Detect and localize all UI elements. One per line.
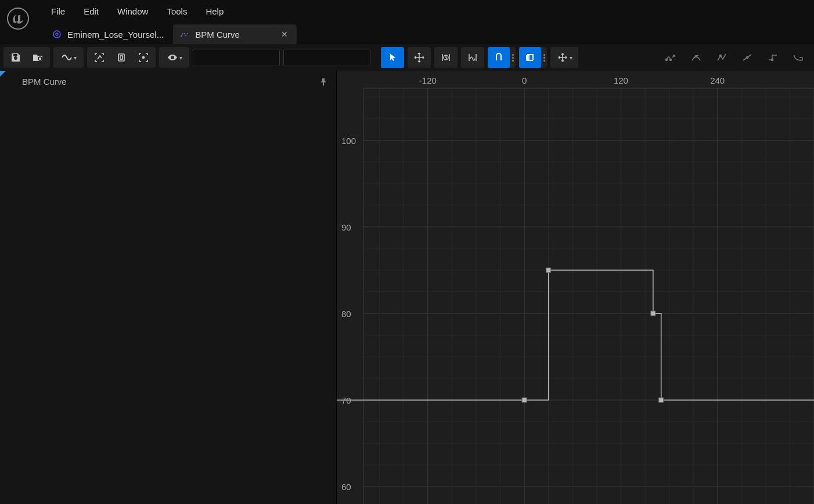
y-tick-label: 100 xyxy=(341,135,356,145)
save-button[interactable] xyxy=(5,47,27,68)
value-snap-button[interactable] xyxy=(461,47,484,68)
tangent-weighted-button[interactable] xyxy=(787,47,809,68)
x-tick-label: 120 xyxy=(614,75,628,85)
chevron-down-icon: ▾ xyxy=(74,55,77,61)
tangent-linear-button[interactable] xyxy=(736,47,758,68)
svg-rect-4 xyxy=(120,56,123,59)
svg-point-8 xyxy=(670,59,672,61)
move-tool-button[interactable]: ▾ xyxy=(550,47,578,68)
toolbar: ▾ ▾ xyxy=(0,44,814,71)
menu-edit[interactable]: Edit xyxy=(74,3,108,20)
frame-curve-button[interactable] xyxy=(110,47,132,68)
svg-rect-57 xyxy=(546,268,551,272)
x-tick-label: -120 xyxy=(419,75,437,85)
frame-selection-button[interactable] xyxy=(88,47,110,68)
tab-label: Eminem_Lose_Yoursel... xyxy=(67,30,164,39)
tangent-user-button[interactable] xyxy=(685,47,707,68)
y-tick-label: 80 xyxy=(341,308,351,318)
chevron-down-icon: ▾ xyxy=(179,55,182,61)
snap-grid-options[interactable] xyxy=(541,47,547,68)
chevron-down-icon: ▾ xyxy=(570,55,572,61)
curve-list-item[interactable]: BPM Curve xyxy=(0,71,336,92)
svg-rect-53 xyxy=(337,71,814,88)
tab-bar: Eminem_Lose_Yoursel... BPM Curve ✕ xyxy=(0,22,814,44)
curve-name-label: BPM Curve xyxy=(22,77,67,87)
time-input[interactable] xyxy=(193,49,280,66)
y-tick-label: 70 xyxy=(341,395,351,405)
snap-axis-button[interactable] xyxy=(488,47,510,68)
pin-icon[interactable] xyxy=(319,77,328,87)
svg-rect-59 xyxy=(659,398,664,402)
tab-label: BPM Curve xyxy=(195,30,240,39)
menu-bar: File Edit Window Tools Help xyxy=(0,0,814,22)
menu-file[interactable]: File xyxy=(42,3,74,20)
y-tick-label: 60 xyxy=(341,482,351,492)
svg-point-2 xyxy=(56,33,58,35)
curve-icon xyxy=(180,30,189,39)
curve-list-panel: BPM Curve xyxy=(0,71,337,504)
svg-point-10 xyxy=(720,55,722,57)
curve-viewport[interactable]: -120012024060708090100 xyxy=(337,71,814,504)
menu-window[interactable]: Window xyxy=(108,3,157,20)
tangent-constant-button[interactable] xyxy=(762,47,784,68)
snap-axis-options[interactable] xyxy=(510,47,516,68)
menu-tools[interactable]: Tools xyxy=(157,3,196,20)
svg-point-11 xyxy=(747,57,748,59)
main-area: BPM Curve -120012024060708090100 xyxy=(0,71,814,504)
time-snap-button[interactable] xyxy=(434,47,458,68)
svg-point-7 xyxy=(666,59,668,61)
svg-point-5 xyxy=(143,57,145,59)
x-tick-label: 240 xyxy=(710,75,725,85)
panel-corner-icon xyxy=(0,71,6,77)
curve-mode-button[interactable]: ▾ xyxy=(55,47,82,68)
svg-rect-56 xyxy=(522,398,527,402)
value-input[interactable] xyxy=(283,49,370,66)
snap-grid-button[interactable] xyxy=(519,47,541,68)
y-tick-label: 90 xyxy=(341,222,351,232)
svg-point-12 xyxy=(772,59,773,61)
tangent-break-button[interactable] xyxy=(711,47,733,68)
unreal-logo-icon xyxy=(5,5,31,32)
svg-rect-58 xyxy=(651,311,655,316)
transform-tool-button[interactable] xyxy=(408,47,431,68)
asset-icon xyxy=(52,30,62,39)
browse-button[interactable] xyxy=(27,47,49,68)
select-tool-button[interactable] xyxy=(381,47,404,68)
x-tick-label: 0 xyxy=(522,75,527,85)
tab-asset[interactable]: Eminem_Lose_Yoursel... xyxy=(45,24,172,44)
tangent-auto-button[interactable] xyxy=(660,47,682,68)
close-icon[interactable]: ✕ xyxy=(280,30,289,38)
svg-rect-13 xyxy=(337,71,814,504)
frame-all-button[interactable] xyxy=(132,47,154,68)
menu-help[interactable]: Help xyxy=(196,3,233,20)
visibility-button[interactable]: ▾ xyxy=(160,47,188,68)
svg-point-1 xyxy=(53,31,60,38)
tab-bpm-curve[interactable]: BPM Curve ✕ xyxy=(173,24,297,44)
